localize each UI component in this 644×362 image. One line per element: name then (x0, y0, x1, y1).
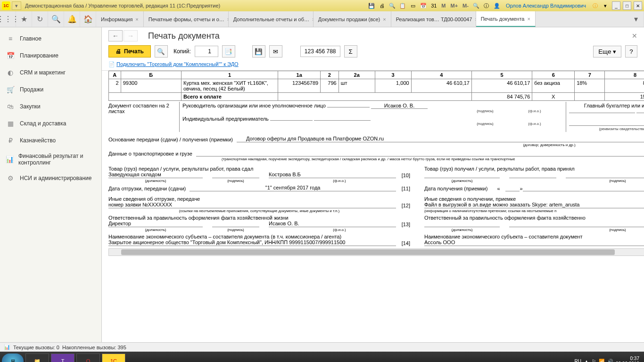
history-icon[interactable]: ↻ (32, 11, 48, 27)
sidebar-item-3[interactable]: 🛒Продажи (0, 81, 101, 98)
print-icon: 🖨 (116, 48, 121, 55)
tab-1[interactable]: Печатные формы, отчеты и о…× (144, 11, 229, 27)
nav-forward-button[interactable]: → (124, 30, 138, 41)
sidebar-item-6[interactable]: ₽Казначейство (0, 132, 101, 149)
nav-back-button[interactable]: ← (108, 30, 123, 41)
user-name[interactable]: Орлов Александр Владимирович (506, 3, 586, 8)
zoom-icon[interactable]: 🔍 (472, 1, 480, 10)
receive-column: Товар (груз) получил / услуги, результат… (424, 166, 644, 247)
sidebar-icon: ▦ (6, 119, 15, 128)
save-button[interactable]: 💾 (252, 45, 265, 58)
memory-mminus[interactable]: M- (461, 3, 470, 8)
statusbar: 📊 Текущие вызовы: 0 Накопленные вызовы: … (0, 342, 644, 352)
transfer-column: Товар (груз) передал / услуги, результат… (108, 166, 410, 247)
taskbar-explorer[interactable]: 📁 (25, 354, 49, 362)
print-icon[interactable]: 🖨 (378, 1, 386, 10)
sidebar-icon: 📅 (6, 51, 15, 60)
calendar-icon[interactable]: 📅 (419, 1, 428, 10)
attention-icon[interactable]: ⓘ (591, 1, 599, 10)
tab-bar: ⋮⋮⋮ ★ ↻ 🔍 🔔 🏠 Информация×Печатные формы,… (0, 11, 644, 27)
copies-label: Копий: (173, 48, 191, 55)
copies-input[interactable] (195, 46, 218, 57)
sidebar-icon: ₽ (6, 136, 15, 145)
close-button[interactable]: ✕ (634, 1, 642, 10)
sidebar-icon: ◐ (6, 68, 15, 77)
sidebar-icon: 🛍 (6, 102, 15, 111)
sidebar-item-4[interactable]: 🛍Закупки (0, 98, 101, 115)
user-icon: 👤 (493, 1, 501, 10)
tray-network-icon[interactable]: 📶 (599, 359, 604, 362)
table-row: 2 99300 Куртка мех. женская "ХИТ тL160K"… (109, 79, 644, 93)
favorite-icon[interactable]: ★ (16, 11, 32, 27)
more-button[interactable]: Еще ▾ (593, 46, 621, 58)
sidebar-item-1[interactable]: 📅Планирование (0, 47, 101, 64)
tab-4[interactable]: Реализация тов… ТД00-000047× (391, 11, 476, 27)
print-button[interactable]: 🖨Печать (108, 45, 151, 58)
sidebar-icon: ≡ (6, 34, 15, 43)
page-title: Печать документа (148, 31, 220, 41)
titlebar: 1C ▾ Демонстрационная база / Управление … (0, 0, 644, 11)
table-total-row: Всего к оплате 84 745,76 X 15 254,24 100… (109, 93, 644, 101)
taskbar-opera[interactable]: O (76, 354, 100, 362)
edo-icon: 📄 (108, 61, 115, 67)
memory-m[interactable]: M (440, 3, 447, 8)
preview-button[interactable]: 🔍 (155, 45, 168, 58)
settings-button[interactable]: 📑 (222, 45, 235, 58)
sidebar-item-0[interactable]: ≡Главное (0, 30, 101, 47)
tab-3[interactable]: Документы продажи (все)× (314, 11, 391, 27)
close-icon[interactable]: × (383, 16, 386, 22)
edo-link[interactable]: Подключить "Торговый дом "Комплексный"" … (116, 61, 239, 67)
sidebar: ≡Главное📅Планирование◐CRM и маркетинг🛒Пр… (0, 27, 102, 342)
search-icon[interactable]: 🔍 (48, 11, 64, 27)
sidebar-item-5[interactable]: ▦Склад и доставка (0, 115, 101, 132)
document-scroll[interactable]: АБ11a22a3456789 2 99300 Куртка мех. женс… (102, 70, 644, 342)
sidebar-item-7[interactable]: 📊Финансовый результат и контроллинг (0, 149, 101, 170)
doc-pages-note: Документ составлен на 2 листах (108, 102, 179, 132)
help-button[interactable]: ? (625, 45, 637, 58)
close-icon[interactable]: × (135, 16, 138, 22)
close-icon[interactable]: × (527, 16, 530, 22)
tray-flag-icon[interactable]: ▲ (584, 359, 589, 362)
dropdown-icon[interactable]: ▾ (601, 1, 610, 10)
memory-mplus[interactable]: M+ (449, 3, 460, 8)
info-icon[interactable]: ⓘ (482, 1, 491, 10)
taskbar-1c[interactable]: 1C (102, 354, 125, 362)
tab-5[interactable]: Печать документа× (476, 11, 536, 27)
sum-button[interactable]: Σ (344, 45, 357, 58)
app-logo: 1C (2, 1, 10, 10)
basis-section: Основание передачи (сдачи) / получения (… (108, 136, 644, 161)
tray-sound-icon[interactable]: 🔊 (607, 359, 613, 362)
sidebar-icon: 📊 (6, 155, 14, 164)
tray-shield-icon[interactable]: ⚐ (592, 359, 596, 362)
start-button[interactable]: ⊞ (2, 354, 24, 362)
tab-0[interactable]: Информация× (96, 11, 144, 27)
items-table: АБ11a22a3456789 2 99300 Куртка мех. женс… (108, 71, 644, 101)
content-area: ← → Печать документа ✕ 🖨Печать 🔍 Копий: … (102, 27, 644, 342)
sidebar-item-2[interactable]: ◐CRM и маркетинг (0, 64, 101, 81)
number-display: 123 456 788 (300, 46, 340, 57)
system-tray[interactable]: RU ▲ ⚐ 📶 🔊 0:37 02.06.2019 (575, 356, 642, 362)
action-bar: 🖨Печать 🔍 Копий: 📑 💾 ✉ 123 456 788 Σ Еще… (102, 42, 644, 60)
transfer-receive-section: Товар (груз) передал / услуги, результат… (108, 166, 644, 247)
maximize-button[interactable]: □ (623, 1, 631, 10)
clipboard-icon[interactable]: 📋 (398, 1, 407, 10)
sidebar-icon: ⚙ (6, 173, 15, 183)
chart-icon: 📊 (4, 344, 10, 350)
apps-icon[interactable]: ⋮⋮⋮ (0, 11, 16, 27)
calc-icon[interactable]: ▭ (409, 1, 417, 10)
email-button[interactable]: ✉ (269, 45, 282, 58)
tab-menu-icon[interactable]: ▾ (628, 11, 644, 27)
table-header-row: АБ11a22a3456789 (109, 71, 644, 79)
tab-2[interactable]: Дополнительные отчеты и об…× (229, 11, 314, 27)
sidebar-item-8[interactable]: ⚙НСИ и администрирование (0, 170, 101, 187)
page-close-icon[interactable]: ✕ (632, 32, 637, 40)
date-icon[interactable]: 31 (429, 1, 438, 10)
preview-icon[interactable]: 🔍 (388, 1, 396, 10)
back-dropdown[interactable]: ▾ (12, 1, 21, 10)
save-icon[interactable]: 💾 (367, 1, 376, 10)
minimize-button[interactable]: _ (612, 1, 620, 10)
home-icon[interactable]: 🏠 (80, 11, 96, 27)
horizontal-scrollbar[interactable] (108, 248, 644, 256)
bell-icon[interactable]: 🔔 (64, 11, 80, 27)
taskbar-app-1[interactable]: T (51, 354, 74, 362)
